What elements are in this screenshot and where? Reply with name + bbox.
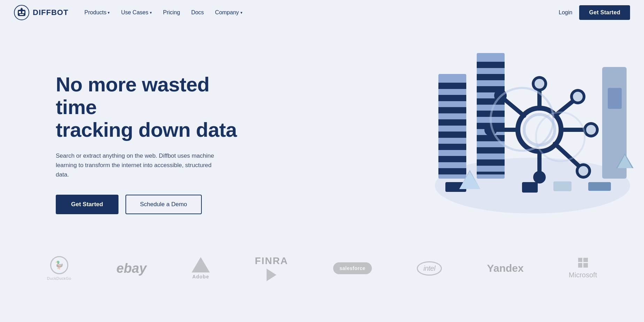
brand-logo[interactable]: DIFFBOT [14, 5, 68, 20]
hero-title: No more wasted time tracking down data [56, 73, 251, 141]
svg-rect-54 [553, 181, 572, 191]
salesforce-label: salesforce [339, 265, 365, 271]
svg-rect-15 [438, 156, 466, 162]
svg-rect-6 [21, 8, 22, 9]
hero-illustration [400, 25, 644, 241]
svg-point-43 [533, 171, 546, 184]
logo-duckduckgo: 🦆 DuckDuckGo [47, 256, 71, 280]
svg-rect-53 [522, 182, 538, 193]
nav-products[interactable]: Products ▾ [79, 7, 115, 18]
brand-name: DIFFBOT [33, 8, 68, 17]
svg-rect-27 [477, 172, 505, 174]
logo-finra: FINRA [255, 255, 288, 281]
logo-adobe: Adobe [192, 257, 210, 279]
svg-rect-16 [438, 168, 466, 174]
nav-actions: Login Get Started [559, 5, 630, 20]
hero-section: No more wasted time tracking down data S… [0, 25, 644, 241]
diffbot-logo-icon [14, 5, 29, 20]
svg-line-46 [503, 98, 524, 116]
hero-buttons: Get Started Schedule a Demo [56, 195, 251, 214]
use-cases-chevron-icon: ▾ [150, 10, 152, 15]
svg-rect-11 [438, 107, 466, 113]
svg-rect-49 [608, 88, 622, 109]
hero-3d-graphic [400, 25, 644, 241]
hero-content: No more wasted time tracking down data S… [56, 73, 251, 214]
finra-arrow-icon [267, 269, 276, 281]
svg-rect-8 [438, 74, 466, 179]
svg-rect-13 [438, 132, 466, 138]
company-chevron-icon: ▾ [240, 10, 243, 15]
logo-microsoft: Microsoft [569, 258, 597, 279]
svg-rect-2 [19, 11, 21, 13]
nav-links: Products ▾ Use Cases ▾ Pricing Docs Comp… [79, 7, 559, 18]
nav-pricing[interactable]: Pricing [158, 7, 185, 18]
ddg-label: DuckDuckGo [47, 276, 71, 280]
intel-label: intel [423, 264, 435, 272]
adobe-label: Adobe [192, 274, 209, 279]
nav-get-started-button[interactable]: Get Started [579, 5, 630, 20]
login-link[interactable]: Login [559, 9, 572, 16]
logo-salesforce: salesforce [333, 262, 371, 274]
microsoft-grid-icon [578, 258, 588, 268]
logo-yandex: Yandex [487, 262, 524, 274]
svg-rect-14 [438, 144, 466, 150]
finra-text: FINRA [255, 255, 288, 267]
nav-company[interactable]: Company ▾ [210, 7, 247, 18]
svg-rect-26 [477, 159, 505, 166]
ebay-label: ebay [116, 261, 147, 276]
logos-section: 🦆 DuckDuckGo ebay Adobe FINRA salesforce… [0, 241, 644, 299]
svg-point-35 [573, 92, 583, 102]
salesforce-pill: salesforce [333, 262, 371, 274]
svg-point-38 [586, 125, 596, 135]
hero-schedule-demo-button[interactable]: Schedule a Demo [125, 195, 202, 214]
products-chevron-icon: ▾ [108, 10, 110, 15]
svg-rect-3 [22, 11, 24, 13]
nav-use-cases[interactable]: Use Cases ▾ [116, 7, 156, 18]
svg-rect-55 [588, 182, 611, 191]
logo-intel: intel [417, 261, 442, 276]
ddg-circle-icon: 🦆 [50, 256, 68, 274]
yandex-label: Yandex [487, 262, 524, 274]
svg-rect-18 [477, 62, 505, 68]
hero-subtitle: Search or extract anything on the web. D… [56, 151, 223, 180]
svg-rect-4 [20, 14, 24, 15]
svg-rect-10 [438, 95, 466, 101]
hero-get-started-button[interactable]: Get Started [56, 195, 118, 214]
svg-rect-19 [477, 74, 505, 80]
adobe-triangle-icon [192, 257, 210, 272]
svg-rect-12 [438, 119, 466, 126]
svg-rect-25 [477, 147, 505, 153]
intel-oval: intel [417, 261, 442, 276]
navbar: DIFFBOT Products ▾ Use Cases ▾ Pricing D… [0, 0, 644, 25]
svg-point-41 [578, 166, 588, 176]
svg-rect-9 [438, 83, 466, 89]
microsoft-label: Microsoft [569, 271, 597, 279]
logo-ebay: ebay [116, 261, 147, 276]
nav-docs[interactable]: Docs [186, 7, 209, 18]
svg-point-29 [524, 114, 555, 145]
svg-point-32 [535, 79, 544, 89]
